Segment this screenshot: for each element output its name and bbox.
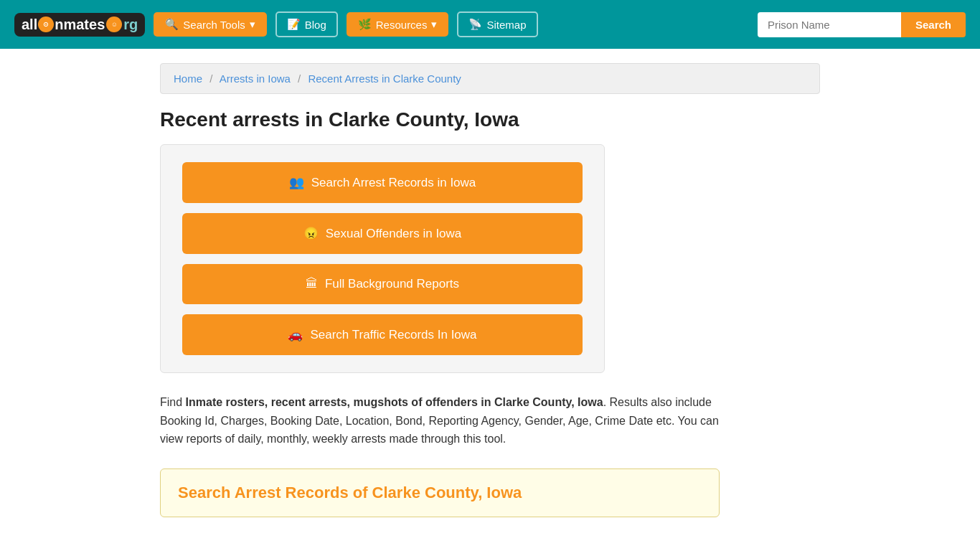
building-icon: 🏛 <box>306 277 318 291</box>
search-tools-caret: ▾ <box>250 18 255 31</box>
search-arrest-records-button[interactable]: 👥 Search Arrest Records in Iowa <box>182 162 583 203</box>
description-prefix: Find <box>160 396 186 408</box>
blog-button[interactable]: 📝 Blog <box>275 11 338 37</box>
car-icon: 🚗 <box>288 327 303 342</box>
sexual-offenders-label: Sexual Offenders in Iowa <box>326 227 462 241</box>
site-logo[interactable]: all ⊙ nmates ☺ rg <box>14 13 145 37</box>
sitemap-label: Sitemap <box>486 19 526 31</box>
description-bold: Inmate rosters, recent arrests, mugshots… <box>186 396 603 408</box>
page-title: Recent arrests in Clarke County, Iowa <box>160 108 820 131</box>
background-reports-label: Full Background Reports <box>325 277 459 291</box>
header-search-label: Search <box>915 19 951 31</box>
traffic-records-label: Search Traffic Records In Iowa <box>310 328 476 342</box>
search-tools-label: Search Tools <box>183 19 245 31</box>
breadcrumb-sep-2: / <box>298 72 301 85</box>
breadcrumb-sep-1: / <box>209 72 212 85</box>
resources-label: Resources <box>376 19 428 31</box>
site-header: all ⊙ nmates ☺ rg 🔍 Search Tools ▾ 📝 Blo… <box>0 0 980 49</box>
person-icon: 👥 <box>289 175 304 190</box>
section-box-title: Search Arrest Records of Clarke County, … <box>178 484 702 502</box>
header-search-button[interactable]: Search <box>901 12 966 37</box>
breadcrumb: Home / Arrests in Iowa / Recent Arrests … <box>160 63 820 94</box>
action-button-box: 👥 Search Arrest Records in Iowa 😠 Sexual… <box>160 144 605 373</box>
breadcrumb-arrests-iowa[interactable]: Arrests in Iowa <box>220 72 291 85</box>
main-content: Home / Arrests in Iowa / Recent Arrests … <box>146 49 834 546</box>
prison-name-input[interactable] <box>758 12 901 37</box>
search-arrest-records-label: Search Arrest Records in Iowa <box>311 176 476 190</box>
traffic-records-button[interactable]: 🚗 Search Traffic Records In Iowa <box>182 314 583 355</box>
sexual-offenders-button[interactable]: 😠 Sexual Offenders in Iowa <box>182 213 583 254</box>
background-reports-button[interactable]: 🏛 Full Background Reports <box>182 264 583 304</box>
blog-icon: 📝 <box>287 18 301 31</box>
resources-button[interactable]: 🌿 Resources ▾ <box>347 12 449 37</box>
sitemap-icon: 📡 <box>468 18 482 31</box>
resources-icon: 🌿 <box>358 18 372 31</box>
breadcrumb-current: Recent Arrests in Clarke County <box>308 72 461 85</box>
sitemap-button[interactable]: 📡 Sitemap <box>457 11 537 37</box>
description-paragraph: Find Inmate rosters, recent arrests, mug… <box>160 393 720 448</box>
header-search-area: Search <box>758 12 966 37</box>
search-tools-button[interactable]: 🔍 Search Tools ▾ <box>154 12 266 37</box>
section-box: Search Arrest Records of Clarke County, … <box>160 468 720 517</box>
offender-icon: 😠 <box>303 226 319 241</box>
resources-caret: ▾ <box>431 18 437 31</box>
breadcrumb-home[interactable]: Home <box>174 72 202 85</box>
blog-label: Blog <box>305 19 326 31</box>
search-tools-icon: 🔍 <box>165 18 179 31</box>
